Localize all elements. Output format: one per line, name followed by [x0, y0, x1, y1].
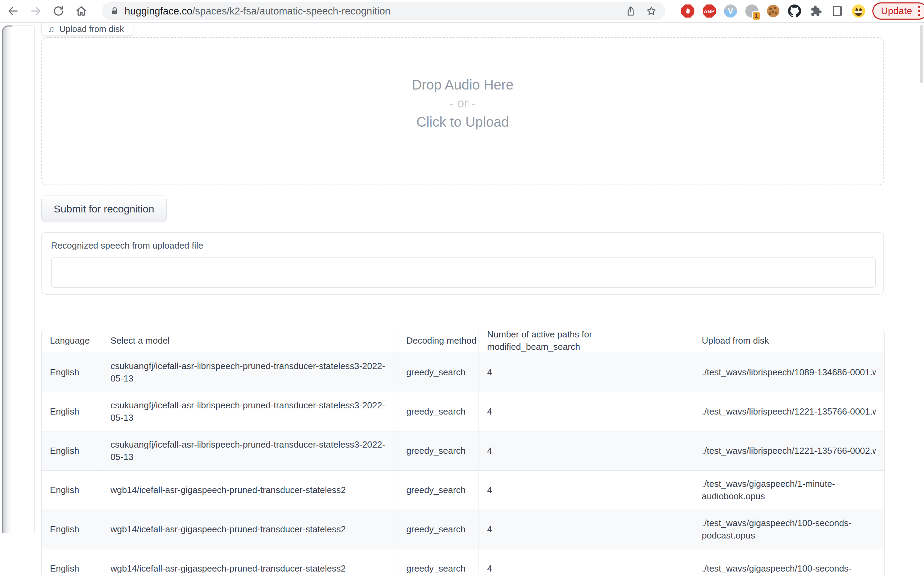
table-row[interactable]: English wgb14/icefall-asr-gigaspeech-pru… [42, 510, 884, 549]
page-content: ♫ Upload from disk Drop Audio Here - or … [0, 23, 924, 575]
forward-button[interactable] [29, 4, 43, 18]
adblock-hand-icon [681, 5, 694, 17]
github-extension-button[interactable] [787, 4, 802, 18]
tab-label: Upload from disk [60, 24, 124, 34]
page-scrollbar[interactable] [920, 25, 922, 83]
v-extension-button[interactable]: V [724, 4, 737, 18]
abp-icon: ABP [703, 5, 716, 17]
browser-toolbar: huggingface.co/spaces/k2-fsa/automatic-s… [0, 0, 924, 23]
url-bar[interactable]: huggingface.co/spaces/k2-fsa/automatic-s… [102, 2, 665, 20]
v-extension-icon: V [724, 5, 737, 17]
emoji-extension-icon [852, 5, 865, 17]
output-panel: Recognized speech from uploaded file [41, 232, 884, 295]
extensions-row: ABP V 1 [673, 4, 865, 18]
table-row[interactable]: English csukuangfj/icefall-asr-librispee… [42, 392, 884, 431]
notification-badge: 1 [752, 11, 761, 21]
url-text: huggingface.co/spaces/k2-fsa/automatic-s… [125, 5, 391, 17]
tab-upload-from-disk[interactable]: ♫ Upload from disk [41, 23, 133, 36]
lock-icon [110, 6, 119, 16]
panel-top-border [12, 25, 35, 26]
home-icon [75, 5, 87, 17]
reload-button[interactable] [52, 4, 65, 18]
submit-button[interactable]: Submit for recognition [41, 195, 167, 222]
notification-extension-button[interactable]: 1 [745, 4, 759, 18]
music-notes-icon: ♫ [48, 24, 55, 35]
header-decoding: Decoding method [398, 329, 478, 353]
table-header-row: Language Select a model Decoding method … [42, 329, 884, 353]
back-button[interactable] [6, 4, 20, 18]
emoji-extension-button[interactable] [852, 4, 865, 18]
output-label: Recognized speech from uploaded file [51, 240, 203, 251]
table-body: English csukuangfj/icefall-asr-librispee… [42, 353, 884, 575]
header-model: Select a model [102, 329, 398, 353]
recognized-speech-textbox[interactable] [51, 257, 876, 288]
header-paths: Number of active paths for modified_beam… [478, 329, 693, 353]
puzzle-extensions-icon [810, 5, 822, 17]
table-row[interactable]: English csukuangfj/icefall-asr-librispee… [42, 353, 884, 392]
update-button[interactable]: Update [872, 2, 924, 20]
dropzone-line2: - or - [449, 94, 476, 112]
github-icon [788, 5, 801, 17]
reading-list-icon [833, 6, 842, 16]
table-scroll-border [892, 329, 892, 575]
forward-icon [30, 5, 42, 17]
home-button[interactable] [75, 4, 88, 18]
dropzone-line1: Drop Audio Here [412, 75, 514, 95]
table-row[interactable]: English csukuangfj/icefall-asr-librispee… [42, 431, 884, 470]
share-icon[interactable] [625, 5, 636, 16]
panel-left-border [35, 25, 35, 533]
header-language: Language [42, 329, 102, 353]
audio-dropzone[interactable]: Drop Audio Here - or - Click to Upload [41, 37, 884, 185]
header-file: Upload from disk [693, 329, 884, 353]
abp-extension-button[interactable]: ABP [702, 4, 716, 18]
table-row[interactable]: English wgb14/icefall-asr-gigaspeech-pru… [42, 470, 884, 510]
cookie-icon [767, 5, 780, 17]
back-icon [7, 5, 19, 17]
left-panel-edge [2, 25, 12, 533]
table-row[interactable]: English wgb14/icefall-asr-gigaspeech-pru… [42, 549, 884, 575]
dropzone-line3: Click to Upload [416, 112, 509, 132]
reading-list-button[interactable] [830, 4, 844, 18]
extensions-menu-button[interactable] [809, 4, 823, 18]
cookie-extension-button[interactable] [766, 4, 780, 18]
examples-table: Language Select a model Decoding method … [41, 329, 885, 575]
adblock-extension-button[interactable] [681, 4, 695, 18]
reload-icon [52, 5, 65, 17]
browser-menu-icon[interactable] [918, 5, 920, 17]
star-icon[interactable] [646, 5, 657, 16]
